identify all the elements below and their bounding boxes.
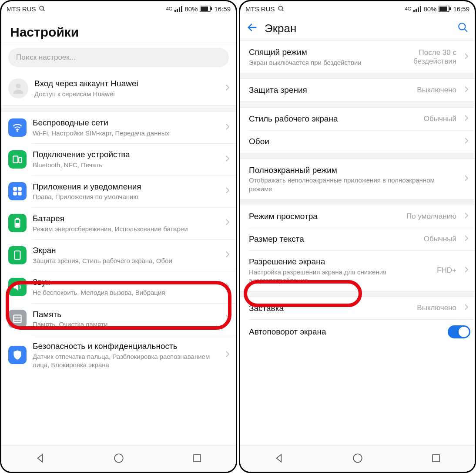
- nav-recent-icon[interactable]: [431, 453, 441, 465]
- chevron-right-icon: [463, 212, 470, 221]
- account-sub: Доступ к сервисам Huawei: [34, 90, 218, 98]
- svg-line-1: [43, 10, 44, 11]
- svg-line-27: [282, 10, 283, 11]
- item-title: Приложения и уведомления: [33, 182, 218, 192]
- chevron-right-icon: [224, 314, 231, 323]
- display-icon: [8, 246, 27, 264]
- item-value: После 30 с бездействия: [413, 48, 456, 66]
- page-title: Настройки: [10, 25, 227, 40]
- item-title: Звук: [33, 277, 218, 287]
- item-title: Подключение устройства: [33, 149, 218, 160]
- settings-item-security[interactable]: Безопасность и конфиденциальностьДатчик …: [1, 335, 236, 375]
- item-sub: Защита зрения, Стиль рабочего экрана, Об…: [33, 257, 218, 265]
- display-item[interactable]: Стиль рабочего экранаОбычный: [240, 108, 475, 130]
- apps-icon: [8, 182, 27, 200]
- item-value: Обычный: [424, 235, 456, 243]
- svg-rect-34: [449, 7, 451, 10]
- item-title: Защита зрения: [249, 85, 411, 95]
- item-title: Обои: [249, 136, 456, 147]
- svg-rect-31: [420, 6, 421, 12]
- settings-item-sound[interactable]: ЗвукНе беспокоить, Мелодия вызова, Вибра…: [1, 271, 236, 303]
- item-sub: Датчик отпечатка пальца, Разблокировка р…: [33, 352, 218, 369]
- display-item[interactable]: Размер текстаОбычный: [240, 228, 475, 250]
- display-item[interactable]: ЗаставкаВыключено: [240, 297, 475, 320]
- chevron-right-icon: [224, 283, 231, 291]
- svg-line-37: [464, 29, 467, 32]
- settings-item-display[interactable]: ЭкранЗащита зрения, Стиль рабочего экран…: [1, 239, 236, 271]
- nav-back-icon[interactable]: [35, 453, 46, 466]
- settings-list[interactable]: Вход через аккаунт Huawei Доступ к серви…: [1, 71, 236, 446]
- back-button[interactable]: [246, 21, 258, 35]
- svg-point-10: [17, 130, 18, 131]
- account-row[interactable]: Вход через аккаунт Huawei Доступ к серви…: [1, 71, 236, 105]
- display-item[interactable]: Разрешение экранаНастройка разрешения эк…: [240, 250, 475, 291]
- search-button[interactable]: [457, 22, 469, 35]
- item-value: FHD+: [437, 266, 456, 275]
- chevron-right-icon: [463, 175, 470, 183]
- svg-rect-3: [177, 9, 178, 12]
- display-settings-list[interactable]: Спящий режимЭкран выключается при бездей…: [240, 41, 475, 446]
- item-title: Экран: [33, 245, 218, 256]
- svg-rect-21: [13, 315, 21, 322]
- clock-label: 16:59: [453, 5, 469, 13]
- svg-rect-13: [13, 187, 17, 191]
- nav-recent-icon[interactable]: [192, 453, 202, 465]
- page-header: Экран: [240, 16, 475, 41]
- display-item[interactable]: Обои: [240, 130, 475, 153]
- chevron-right-icon: [463, 115, 470, 123]
- item-title: Разрешение экрана: [249, 257, 431, 267]
- settings-item-device[interactable]: Подключение устройстваBluetooth, NFC, Пе…: [1, 143, 236, 175]
- toggle-switch[interactable]: [448, 325, 470, 338]
- svg-rect-29: [416, 9, 417, 12]
- phone-right: MTS RUS 4G 80% 16:59 Экран Спящий режимЭ…: [239, 0, 476, 473]
- svg-rect-18: [17, 219, 18, 220]
- account-title: Вход через аккаунт Huawei: [34, 78, 218, 89]
- settings-item-battery[interactable]: БатареяРежим энергосбережения, Использов…: [1, 207, 236, 239]
- item-sub: Bluetooth, NFC, Печать: [33, 161, 218, 169]
- chevron-right-icon: [463, 304, 470, 312]
- search-input[interactable]: Поиск настроек...: [8, 48, 229, 67]
- settings-item-storage[interactable]: ПамятьПамять, Очистка памяти: [1, 303, 236, 335]
- svg-point-9: [16, 84, 20, 88]
- chevron-right-icon: [224, 155, 231, 164]
- display-item[interactable]: Защита зренияВыключено: [240, 79, 475, 101]
- search-placeholder: Поиск настроек...: [16, 53, 76, 62]
- battery-percent-label: 80%: [423, 5, 436, 13]
- chevron-right-icon: [463, 266, 470, 275]
- item-title: Автоповорот экрана: [249, 327, 442, 337]
- item-value: Выключено: [417, 304, 456, 312]
- nav-back-icon[interactable]: [274, 453, 285, 466]
- item-value: Выключено: [417, 86, 456, 95]
- nav-home-icon[interactable]: [113, 453, 124, 466]
- settings-item-apps[interactable]: Приложения и уведомленияПрава, Приложени…: [1, 176, 236, 207]
- svg-rect-12: [19, 158, 22, 163]
- signal-icon: [413, 6, 421, 12]
- item-sub: Не беспокоить, Мелодия вызова, Вибрация: [33, 288, 218, 297]
- item-title: Беспроводные сети: [33, 118, 218, 128]
- signal-icon: [174, 6, 182, 12]
- svg-rect-33: [439, 7, 447, 11]
- carrier-label: MTS RUS: [7, 5, 36, 13]
- display-item[interactable]: Режим просмотраПо умолчанию: [240, 205, 475, 228]
- page-title: Экран: [265, 22, 451, 35]
- item-sub: Экран выключается при бездействии: [249, 58, 407, 67]
- chevron-right-icon: [224, 351, 231, 359]
- item-value: Обычный: [424, 115, 456, 123]
- chevron-right-icon: [224, 84, 231, 93]
- svg-rect-19: [16, 223, 19, 226]
- nav-bar: [240, 446, 475, 472]
- item-title: Режим просмотра: [249, 211, 400, 222]
- svg-rect-7: [201, 7, 208, 11]
- svg-point-26: [278, 6, 282, 10]
- status-bar: MTS RUS 4G 80% 16:59: [240, 1, 475, 16]
- item-sub: Память, Очистка памяти: [33, 320, 218, 329]
- device-icon: [8, 150, 27, 169]
- display-item[interactable]: Спящий режимЭкран выключается при бездей…: [240, 41, 475, 73]
- settings-item-wifi[interactable]: Беспроводные сетиWi-Fi, Настройки SIM-ка…: [1, 111, 236, 143]
- display-item[interactable]: Автоповорот экрана: [240, 319, 475, 345]
- nav-home-icon[interactable]: [352, 453, 363, 466]
- display-item[interactable]: Полноэкранный режимОтображать неполноэкр…: [240, 159, 475, 199]
- svg-rect-39: [432, 455, 439, 462]
- svg-rect-28: [413, 10, 415, 12]
- svg-rect-14: [18, 187, 22, 191]
